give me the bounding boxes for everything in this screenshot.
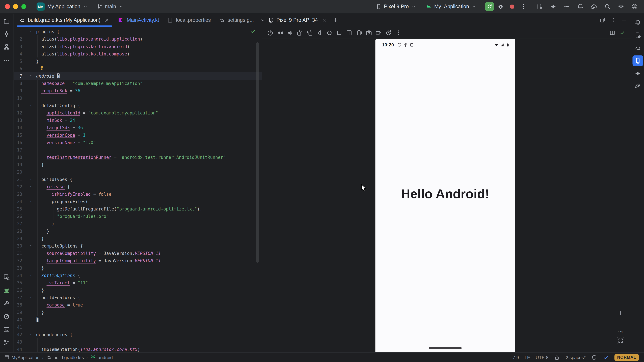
gutter-line-33[interactable]: 33 bbox=[14, 264, 36, 272]
close-icon[interactable] bbox=[104, 17, 110, 23]
gutter-line-8[interactable]: 8 bbox=[14, 80, 36, 87]
vcs-widget[interactable]: main bbox=[94, 2, 126, 11]
gutter-line-21[interactable]: 21▾ bbox=[14, 176, 36, 183]
zoom-in-button[interactable] bbox=[618, 310, 623, 317]
tool-window-notifications-button[interactable] bbox=[632, 17, 643, 28]
zoom-window-button[interactable] bbox=[21, 4, 26, 9]
search-everywhere-button[interactable] bbox=[602, 1, 613, 12]
gutter-line-38[interactable]: 38 bbox=[14, 301, 36, 309]
screen-record-button[interactable] bbox=[375, 29, 382, 36]
run-more-options-button[interactable] bbox=[519, 2, 528, 11]
gesture-navigation-bar[interactable] bbox=[429, 347, 462, 349]
volume-up-button[interactable] bbox=[277, 29, 284, 36]
intention-bulb-icon[interactable] bbox=[39, 65, 45, 70]
gutter-line-34[interactable]: 34▾ bbox=[14, 272, 36, 279]
gutter-line-11[interactable]: 11▾ bbox=[14, 102, 36, 109]
gutter-line-36[interactable]: 36 bbox=[14, 286, 36, 294]
settings-button[interactable] bbox=[616, 1, 626, 12]
notifications-button[interactable] bbox=[575, 1, 586, 12]
home-button[interactable] bbox=[326, 29, 332, 36]
tool-window-logcat-button[interactable] bbox=[1, 285, 12, 296]
fold-button[interactable] bbox=[346, 29, 352, 36]
account-button[interactable] bbox=[629, 1, 640, 12]
rotate-device-button[interactable] bbox=[356, 29, 362, 36]
editor-gutter[interactable]: 1▾234567▾891011▾12131415161718192021▾22▾… bbox=[14, 28, 36, 352]
caret-position-widget[interactable]: 7:9 bbox=[513, 355, 519, 360]
close-icon[interactable] bbox=[322, 17, 327, 23]
tool-window-version-control-button[interactable] bbox=[1, 337, 12, 348]
code-content[interactable]: plugins { alias(libs.plugins.android.app… bbox=[36, 28, 262, 352]
gutter-line-12[interactable]: 12 bbox=[14, 109, 36, 116]
gutter-line-9[interactable]: 9 bbox=[14, 87, 36, 94]
tool-window-app-inspection-button[interactable] bbox=[1, 272, 12, 282]
breadcrumb-item-android[interactable]: android bbox=[90, 355, 113, 360]
code-editor[interactable]: 1▾234567▾891011▾12131415161718192021▾22▾… bbox=[14, 27, 262, 352]
encoding-widget[interactable]: UTF-8 bbox=[536, 355, 548, 360]
editor-tab-3[interactable]: local.properties bbox=[163, 13, 215, 27]
editor-tab-4[interactable]: settings.g... bbox=[215, 13, 258, 27]
run-configuration-selector[interactable]: My_Application bbox=[423, 2, 479, 11]
tool-window-build-button[interactable] bbox=[1, 298, 12, 309]
volume-down-button[interactable] bbox=[286, 29, 293, 36]
gutter-line-3[interactable]: 3 bbox=[14, 43, 36, 50]
breadcrumb-item-build.gradle.kts[interactable]: build.gradle.kts bbox=[46, 355, 84, 360]
tool-window-gradle-button[interactable] bbox=[632, 43, 643, 53]
gutter-line-28[interactable]: 28 bbox=[14, 227, 36, 235]
gutter-line-20[interactable]: 20 bbox=[14, 168, 36, 176]
screenshot-button[interactable] bbox=[366, 29, 372, 36]
gutter-line-17[interactable]: 17 bbox=[14, 146, 36, 153]
tool-window-profiler-button[interactable] bbox=[1, 311, 12, 322]
snapshots-button[interactable] bbox=[385, 29, 392, 36]
gutter-line-37[interactable]: 37▾ bbox=[14, 294, 36, 301]
stop-button[interactable] bbox=[507, 2, 517, 11]
more-device-actions-button[interactable] bbox=[395, 29, 402, 36]
gutter-line-39[interactable]: 39 bbox=[14, 309, 36, 316]
gutter-line-5[interactable]: 5 bbox=[14, 57, 36, 65]
minimize-window-button[interactable] bbox=[13, 4, 18, 9]
gutter-line-22[interactable]: 22▾ bbox=[14, 183, 36, 190]
device-screen[interactable]: 10:20 Hello Android! bbox=[375, 39, 515, 352]
tool-window-more-tool-windows-button[interactable] bbox=[1, 55, 12, 66]
gutter-line-27[interactable]: 27 bbox=[14, 220, 36, 227]
gutter-line-30[interactable]: 30▾ bbox=[14, 242, 36, 250]
project-widget[interactable]: MA My Application bbox=[34, 1, 90, 12]
close-window-button[interactable] bbox=[5, 4, 10, 9]
display-mode-button[interactable] bbox=[610, 30, 615, 36]
gutter-line-31[interactable]: 31 bbox=[14, 250, 36, 257]
gutter-line-42[interactable]: 42▾ bbox=[14, 331, 36, 338]
tool-window-running-devices-button[interactable] bbox=[632, 55, 643, 66]
read-lock-widget[interactable] bbox=[554, 355, 560, 360]
share-button[interactable] bbox=[588, 1, 599, 12]
device-manager-button[interactable] bbox=[534, 1, 545, 12]
gutter-line-13[interactable]: 13 bbox=[14, 117, 36, 124]
gutter-line-25[interactable]: 25 bbox=[14, 205, 36, 213]
inspection-profile-widget[interactable] bbox=[591, 355, 597, 360]
line-separator-widget[interactable]: LF bbox=[524, 355, 530, 360]
device-selector[interactable]: Pixel 9 Pro bbox=[373, 2, 419, 11]
rotate-left-button[interactable] bbox=[296, 29, 303, 36]
gutter-line-41[interactable]: 41 bbox=[14, 324, 36, 331]
gutter-line-1[interactable]: 1▾ bbox=[14, 28, 36, 35]
gutter-line-18[interactable]: 18 bbox=[14, 153, 36, 161]
ai-assistant-button[interactable] bbox=[548, 1, 559, 12]
rotate-right-button[interactable] bbox=[306, 29, 313, 36]
gutter-line-29[interactable]: 29 bbox=[14, 235, 36, 242]
overview-button[interactable] bbox=[336, 29, 342, 36]
editor-tab-2[interactable]: MainActivity.kt bbox=[114, 13, 163, 27]
vim-mode-widget[interactable]: NORMAL bbox=[614, 354, 639, 361]
breadcrumb-item-MyApplication[interactable]: MyApplication bbox=[4, 355, 40, 360]
gutter-line-16[interactable]: 16 bbox=[14, 139, 36, 146]
gutter-line-10[interactable]: 10 bbox=[14, 94, 36, 102]
task-list-button[interactable] bbox=[562, 1, 572, 12]
panel-options-button[interactable] bbox=[610, 17, 616, 23]
tool-window-gemini-button[interactable] bbox=[632, 68, 643, 79]
hide-panel-button[interactable] bbox=[621, 17, 627, 23]
add-device-tab-button[interactable] bbox=[330, 17, 340, 23]
back-button[interactable] bbox=[316, 29, 323, 36]
tool-window-commit-button[interactable] bbox=[1, 29, 12, 39]
gutter-line-2[interactable]: 2 bbox=[14, 35, 36, 43]
zoom-reset-button[interactable]: 1:1 bbox=[618, 330, 623, 334]
gutter-line-19[interactable]: 19 bbox=[14, 161, 36, 168]
tool-window-device-manager-button[interactable] bbox=[632, 30, 643, 41]
gutter-line-40[interactable]: 40 bbox=[14, 316, 36, 324]
